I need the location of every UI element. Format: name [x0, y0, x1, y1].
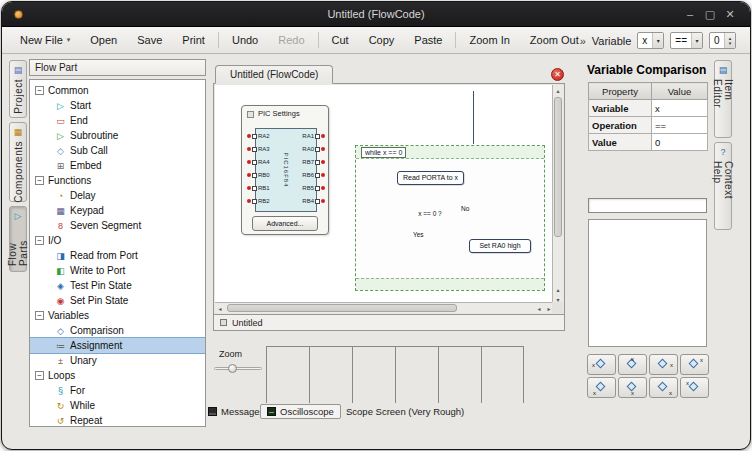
- document-tab[interactable]: Untitled (FlowCode): [215, 65, 333, 84]
- tree-row[interactable]: ▭ End: [30, 113, 205, 128]
- tree-row[interactable]: ± Unary: [30, 353, 205, 368]
- read-porta-box[interactable]: Read PORTA to x: [397, 171, 464, 185]
- pin-dot-icon[interactable]: [321, 199, 325, 203]
- pin-dot-icon[interactable]: [321, 173, 325, 177]
- oscilloscope-grid[interactable]: [266, 346, 524, 403]
- flow-part-header[interactable]: Flow Part: [29, 59, 206, 76]
- tab-scope-screen[interactable]: Scope Screen (Very Rough): [340, 404, 470, 419]
- advanced-button[interactable]: Advanced...: [252, 216, 318, 231]
- tree-row[interactable]: ◇ Sub Call: [30, 143, 205, 158]
- table-row[interactable]: Value 0: [589, 134, 708, 151]
- horizontal-scrollbar[interactable]: ◂ ◂ ▸: [215, 302, 554, 313]
- comparison-template-button[interactable]: x: [649, 354, 678, 375]
- tree-row[interactable]: Common: [30, 83, 205, 98]
- sidebar-tab-context-help[interactable]: ? Context Help: [714, 142, 732, 230]
- pin-box-icon[interactable]: [315, 199, 320, 204]
- pin-dot-icon[interactable]: [247, 199, 251, 203]
- document-close-button[interactable]: ✕: [551, 68, 564, 81]
- cut-button[interactable]: Cut: [322, 29, 359, 51]
- scroll-left-icon[interactable]: ◂: [215, 303, 225, 313]
- print-button[interactable]: Print: [172, 29, 215, 51]
- pin-box-icon[interactable]: [315, 160, 320, 165]
- pin-box-icon[interactable]: [252, 199, 257, 204]
- scroll-left-icon[interactable]: ◂: [534, 303, 544, 313]
- tree-row[interactable]: ◧ Write to Port: [30, 263, 205, 278]
- tree-expander-icon[interactable]: [35, 311, 44, 320]
- table-row[interactable]: Variable x: [589, 100, 708, 117]
- tree-row[interactable]: ◇ Comparison: [30, 323, 205, 338]
- close-icon[interactable]: ✕: [722, 2, 738, 27]
- set-ra0-box[interactable]: Set RA0 high: [469, 239, 531, 253]
- chevron-down-icon[interactable]: ▾: [652, 33, 663, 48]
- flow-part-tree[interactable]: Common ▷ Start ▭ End ▷ Subroutine ◇ Sub …: [29, 79, 206, 427]
- tree-expander-icon[interactable]: [35, 371, 44, 380]
- zoom-out-button[interactable]: Zoom Out: [520, 29, 589, 51]
- pin-box-icon[interactable]: [252, 173, 257, 178]
- pin-dot-icon[interactable]: [247, 173, 251, 177]
- tab-oscilloscope[interactable]: Oscilloscope: [260, 404, 341, 419]
- zoom-slider[interactable]: [214, 364, 262, 374]
- comparison-template-button[interactable]: x: [618, 354, 647, 375]
- pin-dot-icon[interactable]: [321, 134, 325, 138]
- tree-expander-icon[interactable]: [35, 176, 44, 185]
- table-row[interactable]: Operation ==: [589, 117, 708, 134]
- pin-dot-icon[interactable]: [247, 186, 251, 190]
- pin-box-icon[interactable]: [315, 134, 320, 139]
- save-button[interactable]: Save: [127, 29, 172, 51]
- while-loop-region[interactable]: while x == 0: [355, 145, 545, 291]
- scroll-up-icon[interactable]: ▴: [553, 284, 563, 294]
- zoom-slider-track[interactable]: [214, 367, 262, 370]
- tree-row[interactable]: ▦ Keypad: [30, 203, 205, 218]
- pin-dot-icon[interactable]: [247, 147, 251, 151]
- document-subtab[interactable]: Untitled: [213, 315, 565, 331]
- tree-expander-icon[interactable]: [35, 86, 44, 95]
- decision-label[interactable]: x == 0 ?: [404, 210, 456, 217]
- comparison-template-button[interactable]: x: [587, 354, 616, 375]
- sidebar-tab-components[interactable]: ▦ Components: [9, 122, 27, 202]
- comparison-template-button[interactable]: x: [587, 377, 616, 398]
- tree-row[interactable]: ▷ Start: [30, 98, 205, 113]
- vertical-scroll-thumb[interactable]: [554, 97, 562, 237]
- maximize-icon[interactable]: ▢: [702, 2, 718, 27]
- comparison-template-button[interactable]: x: [649, 377, 678, 398]
- comparison-template-button[interactable]: x: [680, 354, 709, 375]
- undo-button[interactable]: Undo: [222, 29, 268, 51]
- tree-row[interactable]: ⊞ Embed: [30, 158, 205, 173]
- copy-button[interactable]: Copy: [359, 29, 405, 51]
- pin-box-icon[interactable]: [315, 186, 320, 191]
- tree-row[interactable]: Variables: [30, 308, 205, 323]
- pin-dot-icon[interactable]: [247, 160, 251, 164]
- tree-row[interactable]: § For: [30, 383, 205, 398]
- pin-box-icon[interactable]: [315, 173, 320, 178]
- pin-box-icon[interactable]: [252, 186, 257, 191]
- open-button[interactable]: Open: [80, 29, 127, 51]
- paste-button[interactable]: Paste: [404, 29, 452, 51]
- pic-settings-panel[interactable]: PIC Settings PIC16F84 RA2 RA3 RA4 RB0 RB…: [241, 105, 329, 235]
- scroll-up-icon[interactable]: ▴: [553, 85, 563, 95]
- tree-row[interactable]: ≔ Assignment: [30, 338, 205, 353]
- while-loop-label[interactable]: while x == 0: [361, 147, 406, 158]
- pin-box-icon[interactable]: [252, 160, 257, 165]
- tree-row[interactable]: 8 Seven Segment: [30, 218, 205, 233]
- pin-box-icon[interactable]: [252, 147, 257, 152]
- tree-row[interactable]: ◈ Test Pin State: [30, 278, 205, 293]
- tree-row[interactable]: ↺ Repeat: [30, 413, 205, 427]
- pin-box-icon[interactable]: [252, 134, 257, 139]
- tree-row[interactable]: ↻ While: [30, 398, 205, 413]
- new-file-button[interactable]: New File▾: [10, 29, 80, 51]
- vertical-scrollbar[interactable]: ▴ ▴ ▾: [552, 85, 563, 304]
- comparison-template-button[interactable]: x: [618, 377, 647, 398]
- variable-select[interactable]: x ▾: [637, 32, 664, 49]
- spinner-arrows-icon[interactable]: ▴▾: [724, 33, 735, 48]
- toolbar-overflow-icon[interactable]: »: [580, 35, 586, 47]
- tree-expander-icon[interactable]: [35, 236, 44, 245]
- item-editor-preview-area[interactable]: [588, 219, 707, 347]
- pin-dot-icon[interactable]: [321, 147, 325, 151]
- minimize-icon[interactable]: –: [682, 2, 698, 27]
- value-spinner[interactable]: 0 ▴▾: [709, 32, 736, 49]
- titlebar[interactable]: Untitled (FlowCode) – ▢ ✕: [2, 2, 750, 27]
- tree-row[interactable]: I/O: [30, 233, 205, 248]
- tree-row[interactable]: Loops: [30, 368, 205, 383]
- sidebar-tab-project[interactable]: ▤ Project: [9, 60, 27, 118]
- horizontal-scroll-thumb[interactable]: [227, 304, 457, 312]
